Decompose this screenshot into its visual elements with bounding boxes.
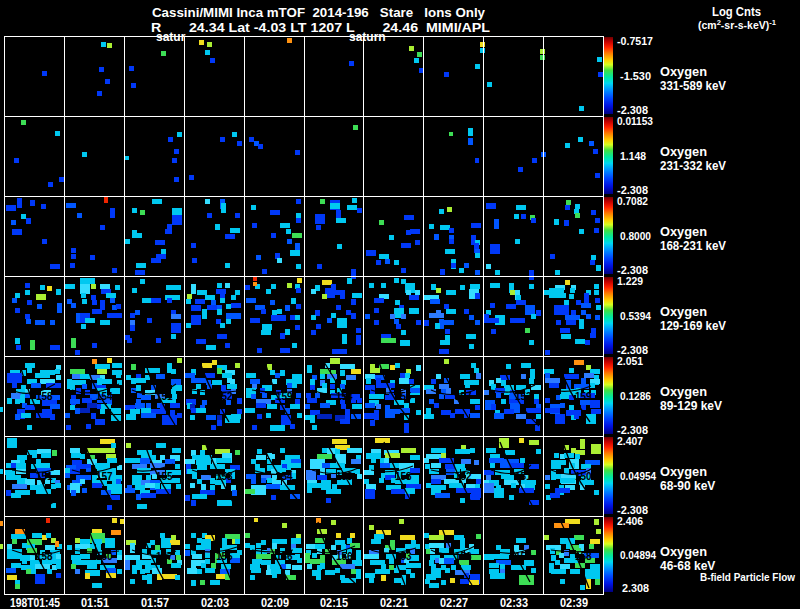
svg-text:159: 159 — [276, 391, 293, 402]
svg-text:156: 156 — [336, 551, 353, 562]
svg-text:Oxygen: Oxygen — [660, 545, 707, 559]
svg-text:Oxygen: Oxygen — [660, 225, 707, 239]
svg-text:158: 158 — [515, 551, 532, 562]
svg-text:0.04894: 0.04894 — [620, 549, 657, 561]
svg-text:157: 157 — [96, 471, 113, 482]
svg-text:01:57: 01:57 — [141, 596, 169, 609]
svg-text:02:33: 02:33 — [500, 596, 528, 609]
svg-text:153: 153 — [216, 471, 233, 482]
svg-text:satur: satur — [156, 30, 186, 44]
svg-text:1.148: 1.148 — [620, 150, 647, 162]
svg-text:02:39: 02:39 — [560, 596, 588, 609]
svg-text:0.1286: 0.1286 — [620, 390, 651, 402]
svg-text:155: 155 — [156, 471, 173, 482]
svg-text:154: 154 — [96, 391, 113, 402]
svg-text:Oxygen: Oxygen — [660, 305, 707, 319]
svg-text:1.229: 1.229 — [617, 275, 643, 287]
svg-text:154: 154 — [336, 391, 353, 402]
svg-text:153: 153 — [336, 471, 353, 482]
svg-text:Oxygen: Oxygen — [660, 145, 707, 159]
svg-text:151: 151 — [36, 471, 53, 482]
svg-text:(cm2-sr-s-keV)-1: (cm2-sr-s-keV)-1 — [698, 18, 777, 31]
svg-text:-1.530: -1.530 — [620, 70, 651, 82]
svg-text:-0.7517: -0.7517 — [617, 35, 653, 47]
svg-text:2.407: 2.407 — [617, 435, 643, 447]
svg-text:158: 158 — [575, 551, 592, 562]
svg-text:Oxygen: Oxygen — [660, 385, 707, 399]
svg-text:0.7082: 0.7082 — [617, 195, 648, 207]
svg-text:158: 158 — [395, 471, 412, 482]
svg-text:150: 150 — [96, 551, 113, 562]
svg-text:0.8000: 0.8000 — [620, 230, 651, 242]
svg-text:02:03: 02:03 — [201, 596, 229, 609]
svg-text:153: 153 — [515, 391, 532, 402]
svg-text:151: 151 — [156, 391, 173, 402]
svg-text:129-169 keV: 129-169 keV — [660, 319, 726, 333]
svg-text:Cassini/MIMI Inca mTOF 2014-1: Cassini/MIMI Inca mTOF 2014-196 Stare Io… — [152, 5, 486, 20]
svg-text:157: 157 — [455, 391, 472, 402]
svg-text:02:21: 02:21 — [380, 596, 408, 609]
svg-text:151: 151 — [515, 471, 532, 482]
svg-text:Log Cnts: Log Cnts — [712, 5, 761, 19]
svg-text:02:09: 02:09 — [261, 596, 289, 609]
svg-text:156: 156 — [455, 551, 472, 562]
svg-text:155: 155 — [216, 551, 233, 562]
svg-text:158: 158 — [36, 551, 53, 562]
svg-text:157: 157 — [156, 551, 173, 562]
svg-text:Oxygen: Oxygen — [660, 465, 707, 479]
svg-text:B-field Particle Flow: B-field Particle Flow — [700, 571, 796, 583]
svg-text:154: 154 — [276, 471, 293, 482]
svg-text:331-589 keV: 331-589 keV — [660, 79, 726, 93]
svg-text:150: 150 — [575, 471, 592, 482]
svg-text:156: 156 — [276, 551, 293, 562]
svg-text:0.5394: 0.5394 — [620, 310, 652, 322]
svg-text:Oxygen: Oxygen — [660, 65, 707, 79]
svg-text:153: 153 — [395, 551, 412, 562]
svg-text:168-231 keV: 168-231 keV — [660, 239, 726, 253]
svg-text:155: 155 — [395, 391, 412, 402]
svg-text:152: 152 — [455, 471, 472, 482]
svg-text:231-332 keV: 231-332 keV — [660, 159, 726, 173]
svg-text:198T01:45: 198T01:45 — [10, 596, 60, 609]
svg-text:2.406: 2.406 — [617, 515, 643, 527]
svg-text:158: 158 — [36, 391, 53, 402]
svg-text:159: 159 — [575, 391, 592, 402]
svg-text:02:15: 02:15 — [320, 596, 348, 609]
svg-text:01:51: 01:51 — [81, 596, 109, 609]
svg-text:0.04954: 0.04954 — [620, 470, 657, 482]
svg-text:152: 152 — [216, 391, 233, 402]
svg-text:02:27: 02:27 — [440, 596, 468, 609]
svg-text:0.01153: 0.01153 — [617, 115, 653, 127]
svg-text:2.308: 2.308 — [622, 582, 650, 594]
svg-text:saturn: saturn — [349, 30, 386, 44]
svg-text:68-90 keV: 68-90 keV — [660, 479, 715, 493]
svg-text:89-129 keV: 89-129 keV — [660, 399, 722, 413]
svg-text:2.051: 2.051 — [617, 355, 644, 367]
svg-text:R 24.34 Lat -4.03 LT 120: R 24.34 Lat -4.03 LT 1207 L 24.46 MIMI/A… — [151, 20, 490, 35]
